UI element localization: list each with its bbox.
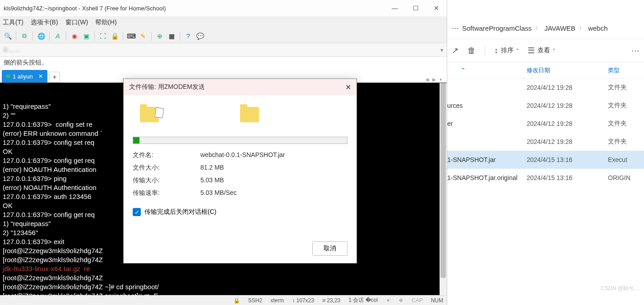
- tab-label: 1 aliyun: [13, 73, 33, 80]
- sort-button[interactable]: ↕排序 ˅: [494, 46, 519, 55]
- help-icon[interactable]: ?: [183, 31, 193, 41]
- dialog-close-icon[interactable]: ✕: [345, 83, 351, 92]
- address-bar[interactable]: © ... ... ▾: [0, 43, 447, 57]
- view-icon: ☰: [528, 46, 535, 55]
- window-controls: — ☐ ✕: [385, 0, 447, 16]
- search-icon[interactable]: 🔍: [3, 31, 13, 41]
- breadcrumb-item[interactable]: SoftwareProgramClass: [462, 24, 532, 32]
- filename-value: webchat-0.0.1-SNAPSHOT.jar: [200, 151, 285, 159]
- transize-label: 传输大小:: [133, 176, 200, 185]
- file-type: 文件夹: [608, 120, 639, 128]
- progress-bar: [133, 137, 347, 144]
- file-type: 文件夹: [608, 138, 639, 146]
- source-folder-icon: [140, 107, 159, 122]
- minimize-button[interactable]: —: [385, 0, 405, 16]
- breadcrumb-more-icon[interactable]: ⋯: [452, 24, 459, 32]
- file-transfer-dialog: 文件传输: 用ZMODEM发送 ✕ 文件名:webchat-0.0.1-SNAP…: [123, 79, 357, 263]
- checkbox-label: 传输完成后关闭对话框(C): [144, 208, 216, 216]
- file-type: 文件夹: [608, 102, 639, 110]
- column-date[interactable]: 修改日期: [527, 66, 608, 74]
- chevron-right-icon: 〉: [579, 24, 584, 32]
- speed-label: 传输速率:: [133, 189, 200, 197]
- file-date: 2024/4/12 19:28: [527, 120, 608, 127]
- file-type: 文件夹: [608, 83, 639, 92]
- column-type[interactable]: 类型: [608, 66, 639, 74]
- tab-menu-icon[interactable]: ▾: [440, 77, 442, 83]
- sb-down-icon[interactable]: ❖: [398, 297, 403, 304]
- file-row[interactable]: 1-SNAPSHOT.jar.original2024/4/15 13:16OR…: [447, 169, 644, 187]
- file-row[interactable]: urces2024/4/12 19:28文件夹: [447, 97, 644, 115]
- add-tab-button[interactable]: +: [49, 72, 60, 83]
- copy-icon[interactable]: ⧉: [19, 31, 29, 41]
- file-list: 2024/4/12 19:28文件夹urces2024/4/12 19:28文件…: [447, 79, 644, 305]
- fullscreen-icon[interactable]: ⛶: [98, 31, 108, 41]
- close-button[interactable]: ✕: [426, 0, 447, 16]
- sb-up-icon[interactable]: ✦: [386, 297, 390, 304]
- globe-icon[interactable]: 🌐: [36, 31, 46, 41]
- address-text: © ... ...: [4, 47, 440, 53]
- menu-window[interactable]: 窗口(W): [65, 18, 88, 27]
- sb-pos: ≡ 23,23: [322, 297, 340, 304]
- grid-icon[interactable]: ▦: [167, 31, 176, 41]
- share-icon[interactable]: ↗: [452, 46, 459, 55]
- breadcrumb-item[interactable]: webch: [588, 24, 607, 32]
- dropdown-icon[interactable]: ▾: [440, 47, 443, 53]
- filesize-label: 文件大小:: [133, 164, 200, 172]
- sb-size: ↕ 107x23: [292, 297, 314, 304]
- menu-tools[interactable]: 工具(T): [3, 18, 23, 27]
- keyboard-icon[interactable]: ⌨: [126, 31, 136, 41]
- session-tab[interactable]: 1 aliyun ✕: [2, 70, 47, 83]
- file-row[interactable]: er2024/4/12 19:28文件夹: [447, 115, 644, 133]
- speed-value: 5.03 MB/Sec: [200, 189, 236, 197]
- highlight-icon[interactable]: ✎: [138, 31, 148, 41]
- menu-tabs[interactable]: 选项卡(B): [31, 18, 58, 27]
- expand-icon[interactable]: ⌃: [452, 67, 466, 74]
- breadcrumb: ⋯ SoftwareProgramClass 〉 JAVAWEB 〉 webch: [447, 17, 644, 39]
- lock-icon[interactable]: 🔒: [110, 31, 120, 41]
- view-button[interactable]: ☰查看 ˅: [528, 46, 555, 55]
- chat-icon[interactable]: 💬: [195, 31, 205, 41]
- sb-cap: CAP: [412, 297, 423, 304]
- titlebar: kls9olizhdg74Z:~/springboot - Xshell 7 (…: [0, 0, 447, 16]
- file-row[interactable]: 1-SNAPSHOT.jar2024/4/15 13:16Execut: [447, 151, 644, 169]
- file-type: Execut: [608, 156, 639, 163]
- add-icon[interactable]: ⊕: [155, 31, 165, 41]
- explorer-pane: ⋯ SoftwareProgramClass 〉 JAVAWEB 〉 webch…: [447, 0, 644, 305]
- more-icon[interactable]: ⋯: [631, 46, 639, 55]
- tab-close-icon[interactable]: ✕: [38, 73, 43, 79]
- font-icon[interactable]: A: [53, 31, 63, 41]
- file-date: 2024/4/12 19:28: [527, 138, 608, 145]
- statusbar: 🔒 SSH2 xterm ↕ 107x23 ≡ 23,23 1 会话 �col …: [0, 295, 447, 305]
- terminal-scrollbar[interactable]: [440, 83, 447, 295]
- delete-icon[interactable]: 🗑: [468, 46, 476, 55]
- status-dot-icon: [6, 74, 10, 78]
- xshell-window: kls9olizhdg74Z:~/springboot - Xshell 7 (…: [0, 0, 447, 305]
- red-circle-icon[interactable]: ◉: [69, 31, 79, 41]
- file-name: 1-SNAPSHOT.jar: [447, 156, 527, 163]
- chevron-right-icon: 〉: [535, 24, 541, 32]
- dialog-titlebar: 文件传输: 用ZMODEM发送 ✕: [124, 79, 357, 95]
- file-date: 2024/4/12 19:28: [527, 84, 608, 91]
- explorer-toolbar: ↗ 🗑 ↕排序 ˅ ☰查看 ˅ ⋯: [447, 39, 644, 62]
- tab-next-icon[interactable]: ▶: [432, 77, 436, 83]
- sb-ssh: SSH2: [248, 297, 262, 304]
- maximize-button[interactable]: ☐: [405, 0, 426, 16]
- filename-label: 文件名:: [133, 151, 200, 159]
- close-on-complete-checkbox[interactable]: ✓ 传输完成后关闭对话框(C): [133, 208, 347, 216]
- dialog-body: 文件名:webchat-0.0.1-SNAPSHOT.jar 文件大小:81.2…: [124, 95, 357, 236]
- ssh-lock-icon: 🔒: [233, 297, 240, 304]
- dialog-title-text: 文件传输: 用ZMODEM发送: [129, 83, 205, 91]
- tab-prev-icon[interactable]: ◀: [425, 77, 429, 83]
- sb-session: 1 会话 �col: [348, 296, 378, 304]
- breadcrumb-item[interactable]: JAVAWEB: [544, 24, 575, 32]
- green-square-icon[interactable]: ▣: [81, 31, 91, 41]
- file-row[interactable]: 2024/4/12 19:28文件夹: [447, 133, 644, 151]
- file-name: 1-SNAPSHOT.jar.original: [447, 174, 527, 181]
- file-date: 2024/4/12 19:28: [527, 102, 608, 109]
- file-type: ORIGIN: [608, 174, 639, 181]
- file-date: 2024/4/15 13:16: [527, 174, 608, 181]
- sort-icon: ↕: [494, 46, 498, 55]
- cancel-button[interactable]: 取消: [312, 241, 347, 256]
- menu-help[interactable]: 帮助(H): [95, 18, 116, 27]
- file-row[interactable]: 2024/4/12 19:28文件夹: [447, 79, 644, 97]
